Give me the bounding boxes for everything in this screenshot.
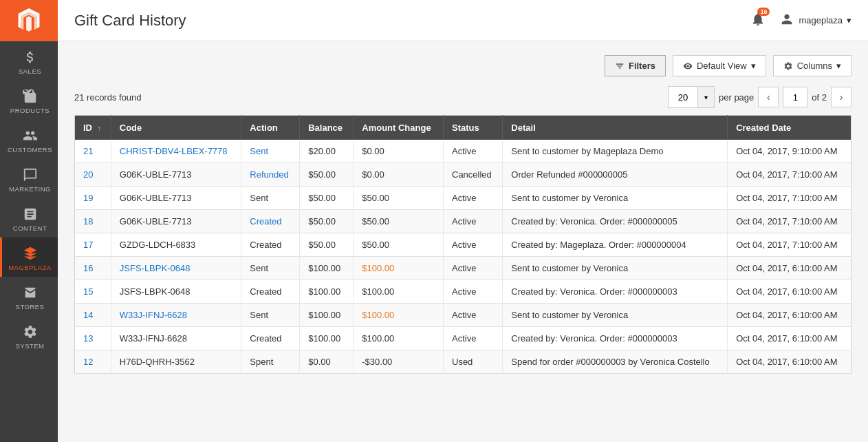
cell-status: Active <box>444 327 503 350</box>
sidebar-item-mageplaza[interactable]: MAGEPLAZA <box>0 238 58 277</box>
cell-amount-change: $100.00 <box>354 257 444 280</box>
action-link[interactable]: Created <box>250 216 281 227</box>
table-row: 17GZDG-LDCH-6833Created$50.00$50.00Activ… <box>75 233 851 257</box>
cell-action: Created <box>241 210 300 233</box>
table-row: 21CHRIST-DBV4-LBEX-7778Sent$20.00$0.00Ac… <box>75 140 851 163</box>
id-link[interactable]: 14 <box>83 310 93 320</box>
col-status[interactable]: Status <box>444 116 503 140</box>
sidebar-item-content-label: CONTENT <box>13 224 47 232</box>
cell-id: 18 <box>75 210 111 233</box>
col-balance[interactable]: Balance <box>300 116 354 140</box>
id-link[interactable]: 20 <box>83 169 93 180</box>
cell-action: Spent <box>241 350 300 374</box>
user-menu[interactable]: mageplaza ▾ <box>779 12 851 29</box>
action-link[interactable]: Refunded <box>250 169 288 180</box>
current-page-input[interactable] <box>783 87 807 107</box>
code-link[interactable]: CHRIST-DBV4-LBEX-7778 <box>120 146 228 156</box>
cell-status: Active <box>444 304 503 327</box>
table-row: 14W33J-IFNJ-6628Sent$100.00$100.00Active… <box>75 304 851 327</box>
sidebar: SALES PRODUCTS CUSTOMERS MARKETING CONTE… <box>0 0 58 442</box>
cell-amount-change: $0.00 <box>354 163 444 187</box>
cell-balance: $100.00 <box>300 257 354 280</box>
sidebar-item-marketing-label: MARKETING <box>9 185 51 193</box>
cell-code: H76D-QHRH-3562 <box>111 350 241 374</box>
per-page-select[interactable]: ▾ <box>668 86 715 108</box>
table-row: 13W33J-IFNJ-6628Created$100.00$100.00Act… <box>75 327 851 350</box>
id-link[interactable]: 15 <box>83 286 93 297</box>
id-link[interactable]: 21 <box>83 146 93 156</box>
cell-amount-change: $50.00 <box>354 233 444 257</box>
next-page-button[interactable]: › <box>831 87 851 107</box>
filter-label: Filters <box>629 61 655 71</box>
gear-icon <box>783 61 793 71</box>
cell-action: Created <box>241 280 300 304</box>
code-link[interactable]: JSFS-LBPK-0648 <box>120 263 191 273</box>
cell-id: 16 <box>75 257 111 280</box>
filter-button[interactable]: Filters <box>605 55 666 76</box>
col-detail[interactable]: Detail <box>503 116 728 140</box>
cell-id: 17 <box>75 233 111 257</box>
code-link[interactable]: W33J-IFNJ-6628 <box>120 310 187 320</box>
magento-logo[interactable] <box>0 0 58 41</box>
table-row: 15JSFS-LBPK-0648Created$100.00$100.00Act… <box>75 280 851 304</box>
id-link[interactable]: 16 <box>83 263 93 273</box>
cell-created-date: Oct 04, 2017, 7:10:00 AM <box>728 163 851 187</box>
cell-amount-change: $100.00 <box>354 304 444 327</box>
cell-detail: Sent to customer by Veronica <box>503 304 728 327</box>
sidebar-item-sales[interactable]: SALES <box>0 41 58 81</box>
id-link[interactable]: 19 <box>83 193 93 203</box>
columns-chevron-icon: ▾ <box>836 61 841 71</box>
sidebar-item-content[interactable]: CONTENT <box>0 198 58 238</box>
filter-icon <box>615 61 625 71</box>
id-link[interactable]: 12 <box>83 357 93 367</box>
cell-balance: $100.00 <box>300 280 354 304</box>
cell-balance: $20.00 <box>300 140 354 163</box>
cell-action: Sent <box>241 187 300 210</box>
prev-page-button[interactable]: ‹ <box>758 87 779 107</box>
cell-detail: Created by: Veronica. Order: #000000003 <box>503 327 728 350</box>
cell-id: 14 <box>75 304 111 327</box>
cell-status: Active <box>444 257 503 280</box>
user-avatar-icon <box>779 12 794 29</box>
cell-amount-change: -$30.00 <box>354 350 444 374</box>
cell-amount-change: $100.00 <box>354 280 444 304</box>
sidebar-item-marketing[interactable]: MARKETING <box>0 159 58 198</box>
notification-bell[interactable]: 16 <box>750 12 766 29</box>
user-name: mageplaza <box>799 15 843 25</box>
cell-detail: Sent to customer by Veronica <box>503 257 728 280</box>
cell-code: W33J-IFNJ-6628 <box>111 304 241 327</box>
id-link[interactable]: 18 <box>83 216 93 227</box>
cell-status: Active <box>444 187 503 210</box>
cell-action: Created <box>241 233 300 257</box>
columns-label: Columns <box>797 61 832 71</box>
per-page-dropdown-arrow[interactable]: ▾ <box>697 87 714 107</box>
cell-balance: $100.00 <box>300 304 354 327</box>
per-page-input[interactable] <box>669 87 697 107</box>
records-bar: 21 records found ▾ per page ‹ of 2 › <box>74 86 851 108</box>
sort-icon: ↑ <box>98 125 101 132</box>
view-chevron-icon: ▾ <box>751 61 756 71</box>
cell-action: Sent <box>241 257 300 280</box>
table-header-row: ID ↑ Code Action Balance Amount Change S… <box>75 116 851 140</box>
col-action[interactable]: Action <box>241 116 300 140</box>
sidebar-item-products[interactable]: PRODUCTS <box>0 81 58 120</box>
col-created-date[interactable]: Created Date <box>728 116 851 140</box>
cell-detail: Created by: Mageplaza. Order: #000000004 <box>503 233 728 257</box>
sidebar-item-customers-label: CUSTOMERS <box>8 146 52 154</box>
id-link[interactable]: 17 <box>83 240 93 250</box>
cell-id: 13 <box>75 327 111 350</box>
columns-button[interactable]: Columns ▾ <box>773 55 851 76</box>
col-id[interactable]: ID ↑ <box>75 116 111 140</box>
id-link[interactable]: 13 <box>83 333 93 344</box>
table-row: 19G06K-UBLE-7713Sent$50.00$50.00ActiveSe… <box>75 187 851 210</box>
col-code[interactable]: Code <box>111 116 241 140</box>
col-amount-change[interactable]: Amount Change <box>354 116 444 140</box>
cell-balance: $100.00 <box>300 327 354 350</box>
sidebar-item-customers[interactable]: CUSTOMERS <box>0 120 58 159</box>
action-link[interactable]: Sent <box>250 146 268 156</box>
sidebar-item-system[interactable]: SYSTEM <box>0 316 58 355</box>
cell-id: 12 <box>75 350 111 374</box>
cell-detail: Sent to customer by Mageplaza Demo <box>503 140 728 163</box>
sidebar-item-stores[interactable]: STORES <box>0 277 58 316</box>
view-button[interactable]: Default View ▾ <box>673 55 766 76</box>
